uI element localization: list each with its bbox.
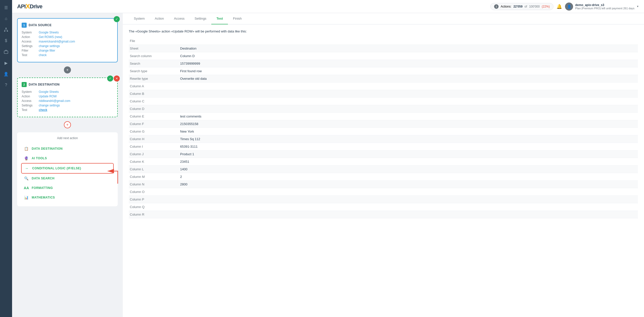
menu-item-label-conditional-logic: CONDITIONAL LOGIC (IF/ELSE) <box>32 167 81 170</box>
actions-label: Actions: <box>501 5 511 8</box>
destination-card-header: 2 DATA DESTINATION <box>22 82 113 87</box>
table-cell-label: Column R <box>129 211 179 218</box>
table-cell-label: Column N <box>129 181 179 188</box>
table-cell-label: Column G <box>129 128 179 135</box>
connector-circle-1[interactable]: + <box>64 66 71 73</box>
content-area: ✓ 1 DATA SOURCE System Google Sheets Act… <box>12 13 644 317</box>
dest-test-row: Test check <box>22 108 113 112</box>
destination-delete-icon[interactable]: ✕ <box>114 75 120 82</box>
main-wrapper: APIXDrive i Actions: 22'059 of 100'000 (… <box>12 0 644 317</box>
sidebar-home-icon[interactable]: ⌂ <box>2 14 11 23</box>
menu-item-icon-data-destination: 📋 <box>24 146 29 151</box>
table-cell-value <box>179 211 638 218</box>
table-cell-value: 2150355158 <box>179 120 638 128</box>
source-card-number: 1 <box>22 23 27 28</box>
user-chevron-icon[interactable]: ▼ <box>636 5 639 8</box>
table-cell-label: Column I <box>129 143 179 150</box>
breadcrumb-tab-settings[interactable]: Settings <box>189 13 211 24</box>
menu-item-ai-tools[interactable]: 🔮AI TOOLS <box>21 153 114 163</box>
sidebar-help-icon[interactable]: ? <box>2 81 11 90</box>
sidebar-dollar-icon[interactable]: $ <box>2 36 11 45</box>
dest-system-value[interactable]: Google Sheets <box>39 90 59 94</box>
dest-settings-value[interactable]: change settings <box>39 104 60 107</box>
table-cell-value <box>179 188 638 196</box>
connector-circle-2[interactable]: + <box>64 121 71 128</box>
breadcrumb-tab-action[interactable]: Action <box>150 13 169 24</box>
dest-action-value[interactable]: Update ROW <box>39 95 57 98</box>
table-row: Column P <box>129 196 638 203</box>
menu-item-data-destination[interactable]: 📋DATA DESTINATION <box>21 144 114 153</box>
sidebar-menu-icon[interactable]: ☰ <box>2 3 11 12</box>
dest-system-row: System Google Sheets <box>22 90 113 94</box>
dest-settings-label: Settings <box>22 104 37 107</box>
table-row: File <box>129 37 638 45</box>
menu-item-formatting[interactable]: AaFORMATTING <box>21 183 114 193</box>
actions-count: 22'059 <box>513 5 522 8</box>
table-cell-value: Times Sq 112 <box>179 135 638 143</box>
right-panel: SystemActionAccessSettingsTestFinish The… <box>123 13 644 317</box>
menu-item-mathematics[interactable]: 📊MATHEMATICS <box>21 193 114 202</box>
table-cell-label: Column F <box>129 120 179 128</box>
table-cell-label: Search type <box>129 67 179 75</box>
table-cell-value <box>179 203 638 211</box>
table-row: Rewrite typeOverwrite old data <box>129 75 638 83</box>
actions-pct: (22%) <box>542 5 550 8</box>
table-cell-value: 65391-3111 <box>179 143 638 150</box>
table-cell-value: Overwrite old data <box>179 75 638 83</box>
menu-item-label-data-destination: DATA DESTINATION <box>32 147 63 150</box>
menu-item-icon-ai-tools: 🔮 <box>24 155 29 161</box>
source-test-value[interactable]: check <box>39 53 47 57</box>
source-system-value[interactable]: Google Sheets <box>39 31 59 34</box>
sidebar-sitemap-icon[interactable] <box>2 25 11 34</box>
logo: APIXDrive <box>17 3 42 10</box>
menu-item-icon-data-search: 🔍 <box>24 176 29 181</box>
source-settings-label: Settings <box>22 44 37 48</box>
menu-item-label-mathematics: MATHEMATICS <box>32 196 55 199</box>
table-row: Column N2800 <box>129 181 638 188</box>
source-test-row: Test check <box>22 53 113 57</box>
bell-icon[interactable]: 🔔 <box>556 4 562 9</box>
sidebar-user-icon[interactable]: 👤 <box>2 69 11 78</box>
table-cell-value: 2 <box>179 173 638 181</box>
dest-system-label: System <box>22 90 37 94</box>
destination-card-number: 2 <box>22 82 27 87</box>
table-cell-value: test comments <box>179 113 638 120</box>
dest-access-value[interactable]: riddleandrii@gmail.com <box>39 99 70 103</box>
table-cell-value <box>179 196 638 203</box>
table-row: Column HTimes Sq 112 <box>129 135 638 143</box>
table-cell-value <box>179 37 638 45</box>
breadcrumb-tab-access[interactable]: Access <box>169 13 189 24</box>
sidebar-briefcase-icon[interactable] <box>2 47 11 56</box>
table-row: Column R <box>129 211 638 218</box>
table-cell-value <box>179 83 638 90</box>
menu-item-data-search[interactable]: 🔍DATA SEARCH <box>21 174 114 183</box>
source-settings-row: Settings change settings <box>22 44 113 48</box>
table-row: SheetDestination <box>129 45 638 52</box>
breadcrumb-tab-finish[interactable]: Finish <box>228 13 247 24</box>
table-cell-label: Search column <box>129 52 179 60</box>
destination-card: ✕ ✓ 2 DATA DESTINATION System Google She… <box>17 77 118 117</box>
table-cell-label: Column P <box>129 196 179 203</box>
table-cell-value: Destination <box>179 45 638 52</box>
menu-item-conditional-logic[interactable]: ↔CONDITIONAL LOGIC (IF/ELSE) <box>21 163 114 174</box>
sidebar-play-icon[interactable]: ▶ <box>2 58 11 67</box>
destination-check-icon: ✓ <box>107 75 113 82</box>
table-row: Column M2 <box>129 173 638 181</box>
source-action-value[interactable]: Get ROWS (new) <box>39 35 62 39</box>
actions-of: of <box>525 5 527 8</box>
menu-item-label-data-search: DATA SEARCH <box>32 177 55 180</box>
breadcrumb-tab-test[interactable]: Test <box>211 13 228 24</box>
add-next-label: Add next action <box>57 136 78 140</box>
source-settings-value[interactable]: change settings <box>39 44 60 48</box>
table-cell-label: File <box>129 37 179 45</box>
connector-1: + <box>17 66 118 73</box>
table-row: Column Etest comments <box>129 113 638 120</box>
source-filter-value[interactable]: change filter <box>39 49 55 52</box>
breadcrumb-tab-system[interactable]: System <box>129 13 150 24</box>
dest-test-value[interactable]: check <box>39 108 47 112</box>
source-access-value[interactable]: maverickandrii@gmail.com <box>39 40 75 43</box>
user-name: demo_apix-drive_s3 <box>575 3 634 7</box>
table-cell-value: Column D <box>179 52 638 60</box>
svg-rect-1 <box>4 31 6 32</box>
table-cell-label: Column H <box>129 135 179 143</box>
